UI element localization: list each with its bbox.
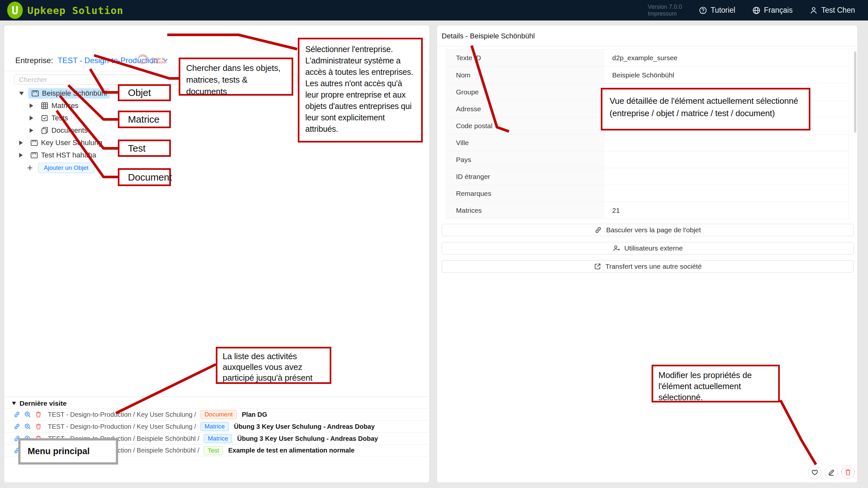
tutorial-label: Tutoriel (711, 6, 735, 14)
caret-down-icon[interactable] (19, 92, 24, 95)
top-bar: U Upkeep Solution Version 7.0.0 Impressu… (0, 0, 868, 21)
list-item[interactable]: TEST - Design-to-Production / Key User S… (4, 420, 429, 432)
heart-icon (811, 468, 818, 476)
app-logo: U (7, 2, 23, 19)
user-icon (809, 6, 818, 14)
plus-icon: + (27, 162, 33, 173)
field-label: Matrices (446, 202, 604, 219)
delete-button[interactable] (841, 465, 855, 479)
tree-item-label: Test HST hahaha (41, 151, 96, 159)
entreprise-label: Entreprise: (15, 56, 53, 65)
zoom-in-icon[interactable] (24, 423, 31, 430)
table-row: Matrices21 (446, 202, 848, 219)
field-label: Groupe (446, 84, 604, 100)
type-badge: Test (204, 446, 223, 455)
caret-right-icon[interactable] (30, 128, 33, 133)
add-object-button[interactable]: Ajouter un Objet (38, 163, 94, 173)
annotation-objet: Objet (118, 84, 171, 101)
tree-item-label: Documents (52, 126, 88, 135)
globe-icon (752, 6, 761, 14)
tutorial-button[interactable]: Tutoriel (699, 6, 735, 14)
caret-right-icon[interactable] (19, 140, 23, 145)
tree-item-label: Beispiele Schönbühl (42, 89, 107, 98)
item-path: TEST - Design-to-Production / Key User S… (48, 411, 196, 418)
annotation-select-entreprise: Sélectionner l'entreprise. L'administrat… (298, 38, 423, 142)
scrollbar-thumb[interactable] (854, 52, 856, 133)
documents-icon (41, 127, 49, 134)
table-row: Pays (446, 151, 848, 168)
collapse-triangle-icon[interactable] (12, 402, 16, 405)
transfer-company-button[interactable]: Transfert vers une autre société (442, 260, 854, 273)
trash-icon[interactable] (35, 423, 42, 430)
table-row: Remarques (446, 185, 848, 202)
field-value: 21 (604, 202, 848, 219)
item-name[interactable]: Plan DG (242, 411, 267, 418)
item-name[interactable]: Übung 3 Key User Schulung - Andreas Doba… (237, 435, 378, 443)
button-label: Basculer vers la page de l'objet (606, 226, 701, 234)
field-label: Code postal (446, 118, 604, 134)
annotation-modifier: Modifier les propriétés de l'élément act… (652, 365, 780, 402)
field-label: Texte ID (446, 50, 604, 66)
annotation-vue-detaillee: Vue détaillée de l'élément actuellement … (601, 88, 810, 130)
app-title: Upkeep Solution (27, 5, 123, 16)
chevron-down-icon[interactable] (162, 57, 169, 64)
annotation-document: Document (118, 168, 171, 186)
field-value: d2p_example_sursee (604, 50, 848, 66)
item-name[interactable]: Example de test en alimentation normale (228, 447, 354, 454)
list-item[interactable]: TEST - Design-to-Production / Key User S… (4, 408, 429, 420)
edit-button[interactable] (825, 465, 838, 479)
caret-right-icon[interactable] (19, 153, 23, 158)
object-icon (31, 90, 39, 97)
caret-right-icon[interactable] (30, 116, 33, 120)
field-label: Nom (446, 67, 604, 83)
export-icon (594, 263, 601, 270)
object-icon (30, 151, 38, 159)
version-label: Version 7.0.0 (648, 4, 682, 10)
button-label: Transfert vers une autre société (606, 263, 702, 270)
field-label: Pays (446, 151, 604, 168)
table-row: Ville (446, 134, 848, 151)
type-badge: Matrice (204, 434, 232, 443)
annotation-menu-principal: Menu principal (18, 438, 118, 464)
field-label: Ville (446, 134, 604, 151)
tree-item-label: Tests (52, 114, 68, 122)
user-name: Test Chen (821, 6, 855, 14)
link-icon (594, 226, 602, 234)
field-label: Remarques (446, 185, 604, 202)
annotation-la-liste: La liste des activités auxquelles vous a… (216, 347, 331, 384)
table-row: Texte IDd2p_example_sursee (446, 50, 848, 66)
user-menu[interactable]: Test Chen (809, 6, 855, 14)
field-value (604, 134, 848, 151)
external-users-button[interactable]: Utilisateurs externe (442, 242, 854, 254)
impressum-link[interactable]: Impressum (648, 10, 682, 17)
zoom-in-icon[interactable] (24, 411, 31, 418)
annotation-matrice: Matrice (118, 110, 171, 128)
favorite-button[interactable] (808, 465, 822, 479)
matrix-icon (41, 102, 49, 110)
last-visit-header[interactable]: Dernière visite (12, 398, 67, 409)
caret-right-icon[interactable] (30, 103, 33, 108)
question-circle-icon (699, 6, 707, 14)
tree-item-test-hst[interactable]: Test HST hahaha (4, 149, 429, 161)
object-icon (30, 139, 38, 147)
trash-icon (844, 468, 852, 476)
trash-icon[interactable] (35, 411, 42, 418)
divider (437, 46, 857, 46)
field-value (604, 168, 848, 185)
annotation-test: Test (118, 139, 171, 157)
type-badge: Document (200, 410, 237, 419)
switch-to-object-page-button[interactable]: Basculer vers la page de l'objet (442, 224, 854, 236)
user-switch-icon (613, 244, 620, 252)
language-button[interactable]: Français (752, 6, 793, 14)
annotation-search: Chercher dans les objets, matrices, test… (179, 58, 293, 96)
field-label: ID étranger (446, 168, 604, 185)
link-icon[interactable] (13, 423, 21, 430)
type-badge: Matrice (200, 422, 228, 431)
link-icon[interactable] (13, 411, 21, 418)
item-path: TEST - Design-to-Production / Key User S… (48, 423, 196, 430)
tree-item-label: Key User Schulung (41, 139, 102, 147)
table-row: ID étranger (446, 168, 848, 185)
item-name[interactable]: Übung 3 Key User Schulung - Andreas Doba… (234, 423, 375, 430)
details-table: Texte IDd2p_example_sursee NomBeispiele … (446, 49, 849, 219)
test-icon (41, 114, 49, 122)
